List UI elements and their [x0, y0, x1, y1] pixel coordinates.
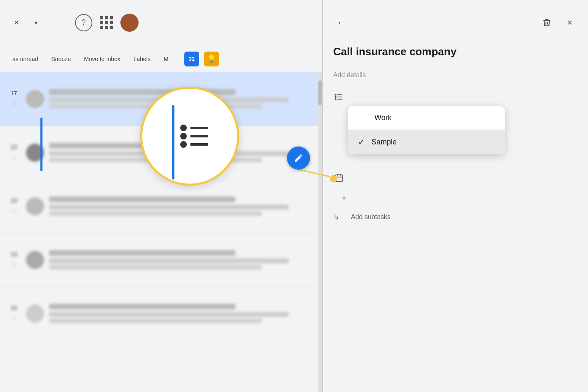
edit-list-button[interactable]: [287, 146, 310, 170]
top-bar-icons: ?: [75, 14, 139, 32]
apps-grid-icon[interactable]: [100, 16, 113, 29]
close-right-button[interactable]: ×: [562, 14, 578, 31]
dropdown-item-work[interactable]: Work: [348, 106, 505, 130]
email-date: 13: [11, 144, 17, 150]
email-content: [49, 196, 315, 216]
grid-dot: [110, 16, 113, 19]
top-bar-left: × ▾: [8, 14, 42, 31]
add-subtasks-label: Add subtasks: [351, 213, 390, 221]
left-panel: × ▾ ? as unread Snooze Move to Inbox Lab…: [0, 0, 322, 392]
right-top-actions: ×: [539, 14, 578, 31]
highlight-circle: [140, 87, 239, 186]
dropdown-work-label: Work: [374, 113, 392, 122]
email-preview: [49, 211, 262, 216]
mark-unread-button[interactable]: as unread: [7, 52, 44, 66]
add-step-row[interactable]: +: [332, 189, 580, 207]
email-item[interactable]: 13 ☆: [0, 287, 322, 340]
star-icon[interactable]: ☆: [11, 153, 17, 162]
email-sender: [49, 196, 235, 202]
svg-point-3: [335, 94, 336, 95]
grid-dot: [105, 16, 108, 19]
task-actions: Work ✓ Sample +: [323, 85, 588, 227]
grid-dot: [110, 26, 113, 29]
right-panel: ← × Call insurance company Add details: [323, 0, 588, 392]
grid-dot: [105, 26, 108, 29]
email-meta: 13 ☆: [7, 305, 21, 323]
close-icon[interactable]: ×: [8, 14, 25, 31]
email-avatar: [26, 305, 44, 323]
email-meta: 17 ☆: [7, 90, 21, 108]
svg-point-5: [335, 99, 336, 100]
grid-dot: [100, 26, 103, 29]
magnified-list-icon: [163, 116, 216, 157]
email-avatar: [26, 197, 44, 215]
delete-button[interactable]: [539, 14, 555, 31]
email-avatar: [26, 90, 44, 108]
email-subject: [49, 312, 289, 317]
plus-icon: +: [341, 193, 347, 203]
email-blue-accent: [40, 118, 42, 171]
user-avatar[interactable]: [120, 14, 139, 32]
panel-divider: [322, 0, 323, 392]
email-meta: 13 ☆: [7, 251, 21, 269]
email-date: 17: [11, 90, 17, 97]
back-button[interactable]: ←: [333, 14, 350, 31]
svg-point-4: [335, 97, 336, 98]
email-preview: [49, 319, 262, 323]
scrollbar-thumb: [318, 80, 322, 105]
email-date: 13: [11, 197, 17, 204]
dropdown-arrow-icon[interactable]: ▾: [30, 14, 42, 31]
email-preview: [49, 265, 262, 269]
blue-bar-accent: [172, 105, 174, 179]
svg-point-14: [181, 134, 186, 138]
check-icon: ✓: [358, 137, 365, 147]
star-icon[interactable]: ☆: [11, 99, 17, 108]
right-top-bar: ← ×: [323, 0, 588, 45]
email-item[interactable]: 13 ☆: [0, 233, 322, 287]
star-icon[interactable]: ☆: [11, 206, 17, 215]
help-icon[interactable]: ?: [75, 14, 92, 31]
move-to-list-row[interactable]: Work ✓ Sample: [332, 85, 580, 109]
star-icon[interactable]: ☆: [11, 260, 17, 269]
action-bar: as unread Snooze Move to Inbox Labels M …: [0, 45, 322, 72]
yellow-connector-dot: [330, 175, 337, 182]
list-dropdown: Work ✓ Sample: [348, 106, 505, 154]
subtask-arrow-icon: ↳: [333, 213, 339, 222]
svg-point-15: [181, 142, 186, 146]
email-sender: [49, 304, 235, 309]
scrollbar[interactable]: [318, 72, 322, 392]
grid-dot: [100, 21, 103, 24]
calendar-badge[interactable]: 31: [184, 52, 199, 66]
list-bars-icon: [179, 120, 212, 153]
email-date: 13: [11, 251, 17, 257]
grid-dot: [100, 16, 103, 19]
email-avatar: [26, 251, 44, 269]
grid-dot: [105, 21, 108, 24]
list-icon: [333, 91, 345, 103]
email-content: [49, 304, 315, 323]
email-item[interactable]: 13 ☆: [0, 179, 322, 233]
email-meta: 13 ☆: [7, 144, 21, 162]
dropdown-sample-label: Sample: [372, 138, 397, 146]
email-date: 13: [11, 305, 17, 311]
add-date-row[interactable]: [332, 166, 580, 189]
more-button[interactable]: M: [158, 52, 174, 66]
move-to-inbox-button[interactable]: Move to Inbox: [78, 52, 126, 66]
labels-button[interactable]: Labels: [128, 52, 156, 66]
add-details-field[interactable]: Add details: [323, 65, 588, 85]
add-subtasks-row[interactable]: ↳ Add subtasks: [332, 207, 580, 227]
email-sender: [49, 250, 235, 256]
email-subject: [49, 205, 289, 210]
task-title: Call insurance company: [323, 45, 588, 65]
dropdown-item-sample[interactable]: ✓ Sample: [348, 130, 505, 154]
email-content: [49, 250, 315, 269]
email-subject: [49, 258, 289, 263]
star-icon[interactable]: ☆: [11, 314, 17, 323]
svg-point-13: [181, 126, 186, 130]
top-bar: × ▾ ?: [0, 0, 322, 45]
grid-dot: [110, 21, 113, 24]
email-meta: 13 ☆: [7, 197, 21, 215]
idea-badge[interactable]: 💡: [204, 52, 219, 66]
snooze-button[interactable]: Snooze: [45, 52, 76, 66]
